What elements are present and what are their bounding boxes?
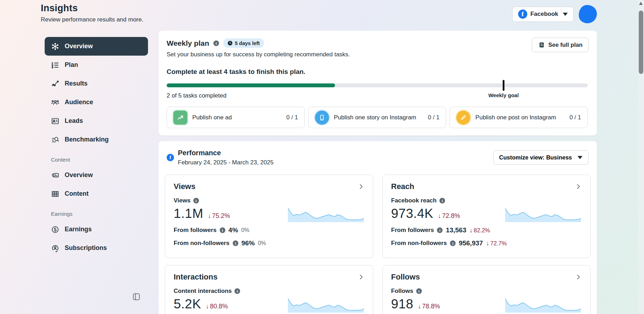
contact-card-icon	[51, 117, 59, 125]
sidebar-item-label: Results	[65, 80, 88, 87]
sidebar-item-plan[interactable]: 1 2 3 Plan	[45, 56, 148, 74]
down-arrow-icon: ↓	[438, 212, 441, 220]
facebook-logo-icon: f	[167, 154, 174, 161]
info-icon[interactable]: i	[213, 40, 219, 46]
metric-card-title: Interactions	[174, 272, 218, 282]
metric-label: Views	[174, 197, 191, 204]
weekly-goal-label: Weekly goal	[488, 92, 519, 98]
weekly-goal-marker	[503, 80, 504, 91]
performance-card: f Performance February 24, 2025 - March …	[159, 141, 597, 314]
sidebar-item-benchmarking[interactable]: Benchmarking	[45, 130, 148, 149]
interactions-sparkline	[288, 296, 364, 313]
collapse-sidebar-icon[interactable]	[132, 292, 141, 301]
metric-card-title: Views	[174, 182, 195, 191]
info-icon[interactable]: i	[416, 288, 422, 294]
story-phone-icon	[315, 111, 329, 125]
info-icon[interactable]: i	[437, 227, 443, 233]
metric-value: 973.4K	[391, 206, 433, 221]
sidebar-item-results[interactable]: Results	[45, 74, 148, 93]
info-icon[interactable]: i	[193, 198, 199, 203]
cards-stack-icon	[51, 171, 59, 180]
views-metric-card: Views Views i 1.1M ↓75.2% From followers…	[165, 175, 373, 258]
sidebar-item-audience[interactable]: Audience	[45, 93, 148, 112]
scrollbar[interactable]	[638, 0, 644, 314]
views-sparkline	[288, 205, 364, 223]
row-delta: ↓72.7%	[486, 240, 507, 247]
sidebar-item-content-overview[interactable]: Overview	[45, 166, 148, 184]
sidebar-item-label: Overview	[65, 171, 93, 179]
weekly-plan-subtitle: Set your business up for success by comp…	[167, 51, 588, 58]
sidebar-item-label: Audience	[65, 99, 93, 106]
task-publish-ad[interactable]: Publish one ad 0 / 1	[167, 107, 305, 128]
weekly-plan-title: Weekly plan	[167, 39, 209, 48]
sidebar: Overview 1 2 3 Plan Results Audience Le	[45, 37, 148, 257]
metric-delta: ↓75.2%	[208, 212, 230, 220]
sidebar-item-earnings[interactable]: Earnings	[45, 220, 148, 239]
plan-progress-bar	[167, 83, 588, 87]
metric-breakdown-row: From followers i 13,563 ↓82.2%	[391, 226, 582, 234]
overview-network-icon	[51, 42, 59, 51]
task-count: 0 / 1	[286, 114, 298, 121]
page-title: Insights	[41, 3, 143, 14]
numbered-list-icon: 1 2 3	[51, 61, 59, 69]
sidebar-item-overview[interactable]: Overview	[45, 37, 148, 56]
chevron-down-icon	[578, 156, 582, 159]
avatar[interactable]	[578, 4, 598, 25]
metric-breakdown-row: From non-followers i 956,937 ↓72.7%	[391, 239, 582, 247]
page-header: Insights Review performance results and …	[41, 3, 143, 23]
follows-metric-card: Follows Follows i 918 ↓78.8% Unfollows i…	[382, 265, 591, 314]
down-arrow-icon: ↓	[418, 303, 421, 310]
sidebar-item-label: Subscriptions	[65, 244, 107, 252]
trend-up-icon	[173, 111, 187, 125]
svg-text:3: 3	[52, 65, 53, 69]
sidebar-item-label: Overview	[65, 43, 93, 50]
account-switcher-button[interactable]: f Facebook	[512, 7, 574, 22]
dollar-circle-icon	[51, 225, 59, 234]
metric-card-title: Follows	[391, 272, 420, 282]
notebook-icon	[538, 42, 545, 48]
down-arrow-icon: ↓	[206, 303, 209, 310]
plan-progress-fill	[167, 83, 335, 87]
task-publish-story[interactable]: Publish one story on Instagram 0 / 1	[308, 107, 446, 128]
metric-value: 5.2K	[174, 297, 201, 312]
reach-metric-card: Reach Facebook reach i 973.4K ↓72.8% Fro…	[382, 175, 591, 258]
chevron-right-icon[interactable]	[358, 274, 365, 281]
facebook-logo-icon: f	[518, 10, 527, 19]
info-icon[interactable]: i	[233, 240, 238, 246]
chevron-right-icon[interactable]	[358, 183, 365, 190]
scrollbar-thumb[interactable]	[639, 11, 643, 74]
task-publish-post[interactable]: Publish one post on Instagram 0 / 1	[450, 107, 588, 128]
info-icon[interactable]: i	[220, 227, 225, 233]
chevron-down-icon	[563, 13, 568, 16]
task-count: 0 / 1	[428, 114, 439, 121]
info-icon[interactable]: i	[439, 198, 445, 203]
scroll-up-arrow-icon[interactable]	[639, 2, 643, 5]
table-icon	[51, 190, 59, 198]
sidebar-section-earnings: Earnings	[51, 211, 148, 217]
down-arrow-icon: ↓	[486, 240, 489, 247]
chevron-right-icon[interactable]	[575, 274, 582, 281]
subscriber-check-icon	[51, 244, 59, 252]
sidebar-item-content[interactable]: Content	[45, 184, 148, 203]
main-content: Weekly plan i 5 days left Set your busin…	[159, 31, 597, 314]
down-arrow-icon: ↓	[469, 227, 472, 234]
customize-view-button[interactable]: Customize view: Business	[493, 150, 588, 165]
info-icon[interactable]: i	[234, 288, 240, 294]
performance-title: Performance	[178, 149, 273, 157]
sidebar-item-leads[interactable]: Leads	[45, 112, 148, 130]
account-switcher-label: Facebook	[530, 11, 558, 18]
metric-delta: ↓78.8%	[418, 303, 440, 310]
performance-date-range: February 24, 2025 - March 23, 2025	[178, 159, 273, 166]
task-count: 0 / 1	[569, 114, 581, 121]
see-full-plan-button[interactable]: See full plan	[532, 38, 589, 52]
sidebar-item-subscriptions[interactable]: Subscriptions	[45, 239, 148, 257]
sidebar-item-label: Content	[65, 190, 89, 197]
chevron-right-icon[interactable]	[575, 183, 582, 190]
metric-delta: ↓72.8%	[438, 212, 460, 220]
reach-sparkline	[505, 205, 581, 223]
metric-delta: ↓80.8%	[206, 303, 228, 310]
info-icon[interactable]: i	[450, 240, 456, 246]
metric-breakdown-row: From followers i 4% 0%	[174, 226, 365, 234]
task-label: Publish one ad	[192, 114, 232, 121]
follows-sparkline	[505, 296, 581, 313]
